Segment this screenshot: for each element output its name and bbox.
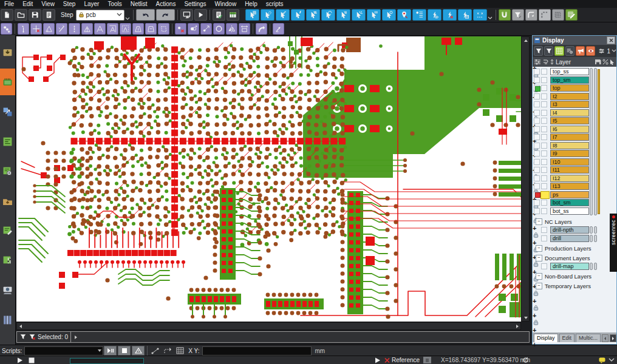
lock-icon[interactable]	[533, 290, 539, 297]
layer-visible-checkbox[interactable]	[534, 200, 540, 206]
import-files-button[interactable]	[0, 39, 15, 66]
menu-step[interactable]: Step	[59, 1, 80, 7]
layer-visible-checkbox[interactable]	[534, 167, 540, 173]
trapezoid-measure-button[interactable]	[132, 23, 144, 35]
menu-settings[interactable]: Settings	[180, 1, 210, 7]
table-view-button[interactable]	[554, 46, 564, 56]
tab-edit[interactable]: Edit	[559, 334, 575, 342]
menu-file[interactable]: File	[0, 1, 18, 7]
layer-visible-checkbox[interactable]	[534, 150, 540, 157]
board-snapshot-button[interactable]	[0, 277, 15, 303]
section-header[interactable]: −Temporary Layers	[534, 282, 591, 290]
circles-add-button[interactable]	[188, 23, 199, 35]
layer-name-field[interactable]: drill	[550, 235, 589, 242]
dot-arrow-button[interactable]	[200, 23, 212, 35]
layer-visible-checkbox[interactable]	[534, 126, 540, 132]
export-button[interactable]	[0, 187, 15, 214]
layer-name-field[interactable]: I2	[550, 93, 589, 100]
step-options-button[interactable]	[124, 10, 131, 21]
tab-multic[interactable]: Multic...	[576, 334, 601, 342]
nest-level-icon[interactable]	[542, 59, 548, 65]
pcb-design-canvas[interactable]	[16, 36, 521, 322]
layer-select-checkbox[interactable]	[541, 118, 547, 124]
layer-select-checkbox[interactable]	[541, 175, 547, 181]
select-stack-button[interactable]	[306, 9, 320, 21]
sort-icon[interactable]	[550, 59, 554, 65]
layer-visible-checkbox[interactable]	[534, 175, 540, 181]
collapse-icon[interactable]: −	[536, 245, 542, 252]
filter-funnel-button[interactable]	[534, 46, 543, 56]
grid-sheet-icon[interactable]	[174, 347, 186, 354]
snap-corner-icon[interactable]	[162, 347, 174, 354]
tab-display[interactable]: Display	[534, 334, 558, 342]
triangle-measure-button[interactable]	[81, 23, 93, 35]
scripts-combo[interactable]	[24, 346, 103, 356]
filter-funnel-2-button[interactable]	[544, 46, 553, 56]
corner-mode-button[interactable]	[525, 9, 537, 21]
net-table-button[interactable]	[458, 9, 472, 21]
layer-name-field[interactable]: drill-map	[550, 263, 589, 270]
layer-name-field[interactable]: I6	[550, 126, 589, 133]
transfer-button[interactable]	[0, 98, 15, 125]
vertical-scrollbar[interactable]	[521, 36, 530, 322]
script-stop-button[interactable]	[118, 346, 131, 356]
menu-view[interactable]: View	[37, 1, 59, 7]
select-rotate-button[interactable]	[321, 9, 335, 21]
board-tune-button[interactable]	[0, 247, 15, 274]
a-box-alt-measure-button[interactable]	[120, 23, 131, 35]
close-icon[interactable]	[607, 36, 615, 44]
archive-button[interactable]	[0, 306, 15, 333]
board-view-button[interactable]	[0, 128, 15, 155]
clear-selection-filter-icon[interactable]	[29, 333, 36, 342]
sliders-icon[interactable]	[534, 59, 541, 65]
section-header[interactable]: −Production Layers	[534, 244, 591, 252]
layer-select-checkbox[interactable]	[541, 208, 547, 214]
menu-scripts[interactable]: scripts	[262, 1, 288, 7]
layer-name-field[interactable]: top_ss	[550, 68, 589, 75]
lock-icon[interactable]	[533, 232, 539, 239]
menu-layer[interactable]: Layer	[80, 1, 103, 7]
layer-visible-checkbox[interactable]	[534, 110, 540, 116]
select-net-button[interactable]	[291, 9, 305, 21]
circle-tool-button[interactable]	[213, 23, 225, 35]
menu-window[interactable]: Window	[211, 1, 241, 7]
refresh-icon[interactable]	[522, 357, 529, 364]
layer-select-checkbox[interactable]	[541, 126, 547, 132]
pin-list-button[interactable]	[412, 9, 426, 21]
slash-measure-button[interactable]	[56, 23, 67, 35]
layer-name-field[interactable]: I5	[550, 117, 589, 124]
collapse-icon[interactable]: −	[536, 255, 542, 261]
layer-visible-checkbox[interactable]	[534, 134, 540, 140]
script-warning-button[interactable]	[132, 346, 145, 356]
layer-select-checkbox[interactable]	[541, 200, 547, 206]
net-x-button[interactable]	[443, 9, 457, 21]
menu-tools[interactable]: Tools	[103, 1, 126, 7]
add-layer-icon[interactable]: +	[533, 312, 616, 319]
grid-edit-button[interactable]	[565, 9, 578, 21]
measure-path-icon[interactable]	[149, 347, 162, 354]
menu-edit[interactable]: Edit	[18, 1, 37, 7]
menu-netlist[interactable]: Netlist	[126, 1, 152, 7]
angle-measure-button[interactable]	[43, 23, 55, 35]
grid-dashed-button[interactable]	[552, 9, 564, 21]
save-icon[interactable]	[595, 59, 601, 65]
clean-tool-button[interactable]	[576, 46, 585, 56]
mirror-tool-button[interactable]	[226, 23, 237, 35]
layer-visible-checkbox[interactable]	[534, 77, 540, 83]
probe-button[interactable]	[18, 23, 29, 35]
a-box-measure-button[interactable]	[107, 23, 118, 35]
selection-filter-icon[interactable]	[19, 333, 27, 342]
magnet-snap-button[interactable]	[499, 9, 511, 21]
board-settings-button[interactable]	[0, 158, 15, 184]
layer-visible-checkbox[interactable]	[534, 143, 540, 149]
netlist-table-button[interactable]	[227, 9, 239, 21]
select-circle-button[interactable]	[382, 9, 396, 21]
pcb-tools-button[interactable]	[0, 69, 15, 95]
layer-name-field[interactable]: I12	[550, 175, 589, 182]
open-button[interactable]	[15, 9, 27, 21]
undo-button[interactable]	[136, 9, 155, 21]
layer-name-field[interactable]: I10	[550, 158, 589, 166]
scroll-down-icon[interactable]	[522, 314, 529, 321]
comment-icon[interactable]	[599, 357, 606, 364]
layer-name-field[interactable]: I8	[550, 142, 589, 149]
